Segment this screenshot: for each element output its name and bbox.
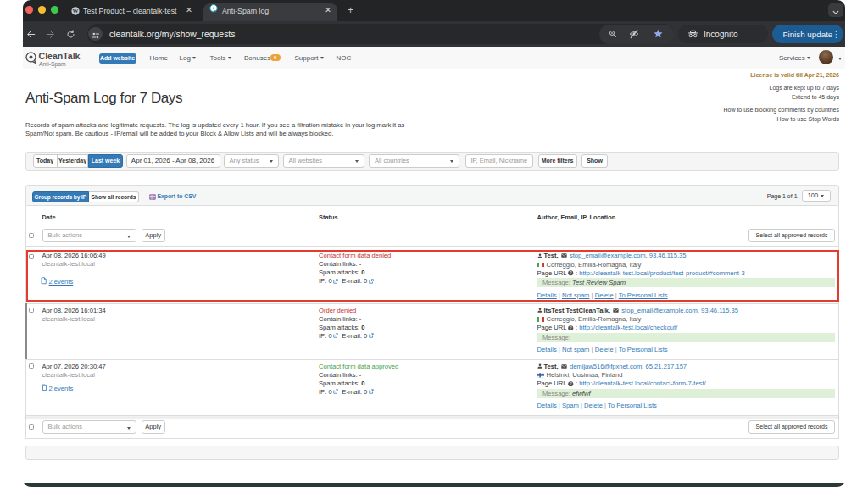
svg-text:W: W xyxy=(73,8,79,14)
svg-text:?: ? xyxy=(570,382,572,386)
svg-text:?: ? xyxy=(570,326,572,330)
svg-text:?: ? xyxy=(570,271,572,275)
